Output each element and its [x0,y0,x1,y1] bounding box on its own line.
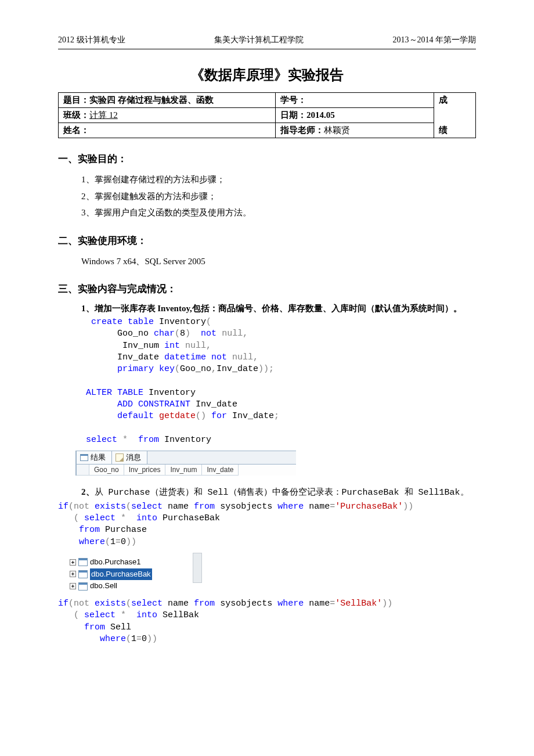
question-2: 2、从 Purchase（进货表）和 Sell（销售表）中备份空记录表：Purc… [81,485,476,500]
header-center: 集美大学计算机工程学院 [214,35,304,45]
section-2-title: 二、实验使用环境： [58,234,476,247]
section-1-body: 1、掌握创建存储过程的方法和步骤； 2、掌握创建触发器的方法和步骤； 3、掌握用… [81,171,476,221]
page: 2012 级计算机专业 集美大学计算机工程学院 2013～2014 年第一学期 … [0,0,534,756]
info-table: 题目：实验四 存储过程与触发器、函数 学号： 成 班级：计算 12 日期：201… [58,92,476,138]
expand-icon[interactable] [70,571,76,577]
tree-node-sell[interactable]: dbo.Sell [70,580,152,592]
results-grid-1: 结果 消息 Goo_no Inv_prices Inv_num Inv_date [75,451,296,476]
s2-env: Windows 7 x64、SQL Server 2005 [81,253,476,270]
section-3-title: 三、实验内容与完成情况： [58,282,476,296]
studentid-label: 学号： [280,95,306,105]
row-selector[interactable] [77,465,89,476]
code-block-1: create table Inventory( Goo_no char(8) n… [75,316,476,446]
date-label: 日期： [280,110,306,120]
tree-label-selected: dbo.PurchaseBak [90,568,152,581]
tab-results[interactable]: 结果 [77,451,112,464]
header-rule [58,49,476,49]
page-header: 2012 级计算机专业 集美大学计算机工程学院 2013～2014 年第一学期 [58,35,476,45]
s1-item-3: 3、掌握用户自定义函数的类型及使用方法。 [81,204,476,221]
message-icon [116,453,124,462]
header-right: 2013～2014 年第一学期 [393,35,477,45]
grade-cell-top: 成 [434,93,476,108]
grid-header: Goo_no Inv_prices Inv_num Inv_date [77,465,296,476]
grade-cell-mid [434,108,476,123]
grid-icon [80,454,88,461]
teacher-value: 林颖贤 [324,125,350,135]
tab-messages-label: 消息 [126,452,141,463]
teacher-label: 指导老师： [280,125,324,135]
topic-value: 实验四 存储过程与触发器、函数 [89,95,214,105]
name-label: 姓名： [59,123,276,138]
tree-node-purchasebak[interactable]: dbo.PurchaseBak [70,568,152,581]
grade-cell-bot: 绩 [434,123,476,138]
results-tabs: 结果 消息 [77,451,296,465]
col-inv-date[interactable]: Inv_date [202,465,239,476]
code-block-2: if(not exists(select name from sysobject… [58,501,476,548]
tree-label: dbo.Sell [90,580,117,592]
scrollbar-stub[interactable] [193,553,202,583]
tree-node-purchase1[interactable]: dbo.Purchase1 [70,556,152,568]
code-block-3: if(not exists(select name from sysobject… [58,598,476,645]
col-goo-no[interactable]: Goo_no [89,465,124,476]
col-inv-num[interactable]: Inv_num [165,465,202,476]
table-icon [78,558,88,566]
expand-icon[interactable] [70,559,76,566]
object-tree: dbo.Purchase1 dbo.PurchaseBak dbo.Sell [70,556,152,592]
section-2-body: Windows 7 x64、SQL Server 2005 [81,253,476,270]
question-1: 1、增加一张库存表 Inventoy,包括：商品编号、价格、库存数量、入库时间（… [81,301,476,315]
document-title: 《数据库原理》实验报告 [58,66,476,84]
date-value: 2014.05 [306,110,335,120]
expand-icon[interactable] [70,583,76,589]
table-icon [78,570,88,578]
table-icon [78,582,88,591]
topic-label: 题目： [63,95,89,105]
s1-item-1: 1、掌握创建存储过程的方法和步骤； [81,171,476,188]
tree-label: dbo.Purchase1 [90,556,140,568]
s1-item-2: 2、掌握创建触发器的方法和步骤； [81,188,476,205]
tab-messages[interactable]: 消息 [112,451,147,464]
class-value: 计算 12 [89,110,118,120]
section-1-title: 一、实验目的： [58,152,476,165]
class-label: 班级： [63,110,89,120]
col-inv-prices[interactable]: Inv_prices [124,465,166,476]
header-left: 2012 级计算机专业 [58,35,125,45]
tab-results-label: 结果 [91,452,106,463]
